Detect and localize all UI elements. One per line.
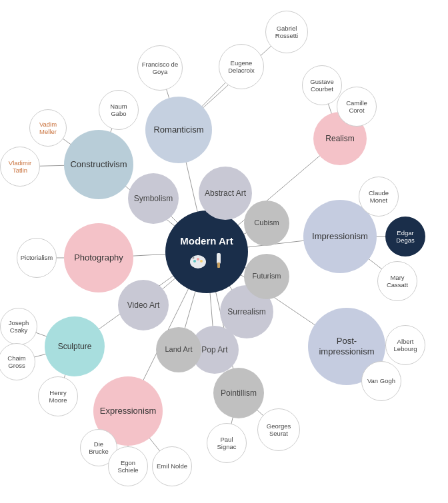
node-label-naum: Naum Gabo	[99, 100, 138, 121]
node-albert[interactable]: Albert Lebourg	[385, 325, 425, 365]
node-gustave[interactable]: Gustave Courbet	[302, 65, 342, 105]
node-label-romanticism: Romanticism	[151, 122, 206, 138]
node-label-landart: Land Art	[163, 342, 195, 356]
node-pictorialism[interactable]: Pictorialism	[17, 238, 57, 278]
node-label-mary: Mary Cassatt	[378, 271, 417, 292]
node-label-futurism: Futurism	[250, 269, 284, 283]
node-label-gustave: Gustave Courbet	[303, 75, 341, 96]
center-label: Modern Art	[177, 233, 235, 250]
node-naum[interactable]: Naum Gabo	[99, 90, 139, 130]
node-label-pointillism: Pointillism	[218, 386, 259, 400]
node-label-popart: Pop Art	[199, 342, 230, 357]
node-vladimir[interactable]: Vladimir Tatlin	[0, 147, 40, 187]
node-claude[interactable]: Claude Monet	[359, 177, 399, 217]
node-emilnolde[interactable]: Emil Nolde	[152, 446, 192, 486]
node-label-impressionism: Impressionism	[309, 229, 371, 245]
node-eugene[interactable]: Eugene Delacroix	[219, 44, 264, 89]
node-camille[interactable]: Camille Corot	[337, 87, 377, 127]
node-francisco[interactable]: Francisco de Goya	[137, 45, 183, 91]
node-label-camille: Camille Corot	[337, 97, 376, 117]
node-chaim[interactable]: Chaim Gross	[0, 343, 35, 380]
node-romanticism[interactable]: Romanticism	[145, 97, 212, 163]
node-label-eugene: Eugene Delacroix	[219, 57, 263, 77]
svg-rect-45	[217, 262, 220, 268]
node-henry[interactable]: Henry Moore	[38, 376, 78, 416]
node-label-vladimir: Vladimir Tatlin	[1, 157, 39, 177]
node-edgar[interactable]: Edgar Degas	[385, 217, 425, 256]
node-pointillism[interactable]: Pointillism	[213, 368, 264, 418]
node-videoart[interactable]: Video Art	[118, 280, 169, 330]
node-label-postimpress: Post-impressionism	[308, 333, 385, 359]
node-label-pictorialism: Pictorialism	[18, 251, 56, 264]
svg-point-39	[190, 255, 206, 268]
node-label-francisco: Francisco de Goya	[138, 58, 182, 79]
node-label-videoart: Video Art	[125, 298, 162, 312]
node-symbolism[interactable]: Symbolism	[128, 173, 179, 224]
node-vangogh[interactable]: Van Gogh	[361, 361, 401, 401]
node-label-albert: Albert Lebourg	[386, 335, 425, 356]
brush-icon	[213, 253, 225, 270]
svg-point-43	[192, 257, 194, 259]
node-label-photography: Photography	[71, 250, 126, 266]
node-sculpture[interactable]: Sculpture	[45, 316, 105, 376]
node-georges[interactable]: Georges Seurat	[257, 408, 300, 451]
svg-point-41	[197, 258, 199, 260]
node-label-edgar: Edgar Degas	[385, 227, 425, 247]
node-label-joseph: Joseph Csaky	[1, 316, 37, 337]
node-label-gabriel: Gabriel Rossetti	[266, 22, 307, 43]
node-paulSignac[interactable]: Paul Signac	[207, 423, 247, 463]
svg-point-40	[193, 260, 196, 262]
node-gabriel[interactable]: Gabriel Rossetti	[265, 11, 308, 53]
node-futurism[interactable]: Futurism	[244, 254, 289, 299]
node-label-realism: Realism	[323, 131, 357, 146]
node-label-georges: Georges Seurat	[258, 420, 299, 440]
palette-icon	[189, 252, 210, 271]
node-label-chaim: Chaim Gross	[0, 352, 35, 372]
node-label-vadim: Vadim Meller	[30, 118, 66, 139]
node-label-constructivism: Constructivism	[67, 157, 129, 173]
node-constructivism[interactable]: Constructivism	[64, 130, 133, 199]
node-label-vangogh: Van Gogh	[365, 374, 398, 387]
node-label-emilnolde: Emil Nolde	[154, 460, 190, 472]
node-label-cubism: Cubism	[251, 216, 281, 230]
node-landart[interactable]: Land Art	[156, 327, 201, 372]
node-joseph[interactable]: Joseph Csaky	[0, 308, 37, 345]
node-egon[interactable]: Egon Schiele	[108, 446, 148, 486]
node-mary[interactable]: Mary Cassatt	[377, 261, 417, 301]
node-photography[interactable]: Photography	[64, 223, 133, 292]
node-label-surrealism: Surrealism	[225, 304, 268, 319]
node-label-egon: Egon Schiele	[109, 456, 147, 477]
node-label-expressionism: Expressionism	[97, 403, 159, 419]
svg-point-42	[200, 260, 203, 262]
node-abstract[interactable]: Abstract Art	[199, 167, 252, 220]
node-label-abstract: Abstract Art	[202, 186, 249, 201]
node-label-sculpture: Sculpture	[55, 339, 95, 354]
node-label-claude: Claude Monet	[359, 187, 398, 207]
node-vadim[interactable]: Vadim Meller	[29, 109, 67, 147]
node-label-paulSignac: Paul Signac	[207, 433, 246, 454]
node-cubism[interactable]: Cubism	[244, 201, 289, 246]
svg-rect-44	[217, 253, 221, 264]
mindmap-canvas: Modern Art RomanticismConstructivismSymb…	[0, 0, 448, 503]
center-node[interactable]: Modern Art	[165, 211, 248, 293]
node-label-symbolism: Symbolism	[131, 191, 176, 206]
node-label-henry: Henry Moore	[39, 386, 77, 407]
